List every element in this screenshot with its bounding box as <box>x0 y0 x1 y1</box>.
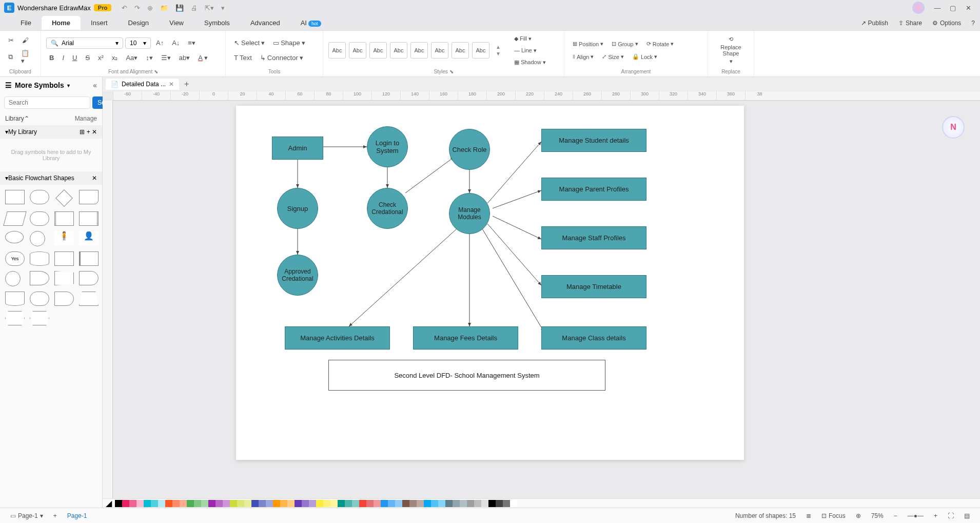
diagram-title-box[interactable]: Second Level DFD- School Management Syst… <box>328 360 605 391</box>
color-swatch[interactable] <box>129 500 136 507</box>
color-swatch[interactable] <box>223 500 230 507</box>
menu-file[interactable]: File <box>10 16 42 30</box>
color-swatch[interactable] <box>431 500 438 507</box>
styles-dialog-launcher[interactable]: ⬊ <box>449 69 454 74</box>
bullets-icon[interactable]: ☰▾ <box>158 52 174 64</box>
menu-insert[interactable]: Insert <box>81 16 118 30</box>
menu-view[interactable]: View <box>159 16 194 30</box>
node-fees[interactable]: Manage Fees Details <box>413 326 518 350</box>
color-swatch[interactable] <box>395 500 402 507</box>
color-swatch[interactable] <box>136 500 144 507</box>
spacing-icon[interactable]: ↕▾ <box>143 52 156 64</box>
shape-actor[interactable]: 🧍 <box>54 231 74 245</box>
zoom-fit-icon[interactable]: ⊕ <box>851 512 866 519</box>
shape-hex2[interactable] <box>30 311 49 325</box>
line-button[interactable]: — Line ▾ <box>511 45 549 56</box>
layers-icon[interactable]: ≣ <box>801 512 816 519</box>
rotate-button[interactable]: ⟳ Rotate▾ <box>643 38 677 49</box>
color-swatch[interactable] <box>295 500 302 507</box>
node-approved[interactable]: Approved Credational <box>277 255 318 296</box>
panel-toggle-icon[interactable]: ▤ <box>959 512 975 519</box>
node-signup[interactable]: Signup <box>277 188 318 229</box>
page-tab[interactable]: Page-1 <box>62 512 92 519</box>
menu-ai[interactable]: AIhot <box>290 16 331 30</box>
shape-hex[interactable] <box>5 311 25 325</box>
strike-icon[interactable]: S <box>82 52 93 64</box>
color-swatch[interactable] <box>366 500 374 507</box>
color-swatch[interactable] <box>309 500 316 507</box>
shape-storage[interactable] <box>79 211 99 226</box>
close-tab-icon[interactable]: ✕ <box>169 81 174 88</box>
style-up[interactable]: ▲ <box>496 44 501 50</box>
print-icon[interactable]: 🖨 <box>191 4 198 12</box>
color-swatch[interactable] <box>273 500 280 507</box>
add-page-button[interactable]: + <box>48 512 62 519</box>
fill-button[interactable]: ◆ Fill ▾ <box>511 33 549 44</box>
menu-home[interactable]: Home <box>42 16 81 30</box>
color-swatch[interactable] <box>338 500 345 507</box>
font-color-icon[interactable]: A▾ <box>195 52 211 64</box>
subscript-icon[interactable]: x₂ <box>109 52 121 64</box>
color-swatch[interactable] <box>388 500 395 507</box>
save-icon[interactable]: 💾 <box>175 4 184 12</box>
node-checkrole[interactable]: Check Role <box>449 129 490 170</box>
shape-tool[interactable]: ▭ Shape ▾ <box>270 37 308 49</box>
node-admin[interactable]: Admin <box>272 137 323 160</box>
mylib-dropzone[interactable]: Drag symbols here to add to My Library <box>0 139 102 171</box>
style-4[interactable]: Abc <box>390 42 407 59</box>
shape-ellipse[interactable] <box>5 231 24 243</box>
shape-drum[interactable] <box>30 271 49 285</box>
menu-design[interactable]: Design <box>118 16 159 30</box>
color-swatch[interactable] <box>122 500 129 507</box>
color-swatch[interactable] <box>445 500 453 507</box>
style-1[interactable]: Abc <box>328 42 346 59</box>
color-swatch[interactable] <box>481 500 488 507</box>
close-button[interactable]: ✕ <box>961 4 976 12</box>
color-swatch[interactable] <box>194 500 201 507</box>
shape-predef[interactable] <box>54 211 74 226</box>
align-button[interactable]: ⫴ Align▾ <box>570 51 597 62</box>
copy-icon[interactable]: ⧉ <box>5 51 16 63</box>
hamburger-icon[interactable]: ☰ <box>5 81 12 89</box>
shape-display[interactable] <box>79 271 99 285</box>
color-swatch[interactable] <box>208 500 215 507</box>
color-swatch[interactable] <box>467 500 474 507</box>
color-swatch[interactable] <box>503 500 510 507</box>
color-swatch[interactable] <box>287 500 295 507</box>
style-7[interactable]: Abc <box>452 42 469 59</box>
color-swatch[interactable] <box>115 500 122 507</box>
position-button[interactable]: ⊞ Position▾ <box>570 38 606 49</box>
help-button[interactable]: ? <box>966 20 980 27</box>
zoom-level[interactable]: 75% <box>866 512 889 519</box>
page-selector[interactable]: ▭ Page-1 ▾ <box>5 512 48 519</box>
color-swatch[interactable] <box>259 500 266 507</box>
shape-person[interactable]: 👤 <box>79 231 99 245</box>
node-parent[interactable]: Manage Parent Profiles <box>541 178 646 201</box>
style-3[interactable]: Abc <box>369 42 387 59</box>
color-swatch[interactable] <box>158 500 165 507</box>
color-swatch[interactable] <box>496 500 503 507</box>
color-swatch[interactable] <box>323 500 330 507</box>
color-swatch[interactable] <box>215 500 223 507</box>
user-avatar[interactable] <box>912 2 925 14</box>
font-dialog-launcher[interactable]: ⬊ <box>154 69 158 74</box>
color-swatch[interactable] <box>144 500 151 507</box>
node-timetable[interactable]: Manage Timetable <box>541 275 646 298</box>
italic-icon[interactable]: I <box>59 52 67 64</box>
color-swatch[interactable] <box>374 500 381 507</box>
zoom-out-button[interactable]: − <box>889 512 903 519</box>
add-tab-button[interactable]: + <box>179 78 194 91</box>
cut-icon[interactable]: ✂ <box>5 34 17 46</box>
collapse-panel-icon[interactable]: « <box>93 81 97 89</box>
redo-icon[interactable]: ↷ <box>134 4 140 12</box>
shape-wave[interactable] <box>5 292 25 306</box>
maximize-button[interactable]: ▢ <box>945 4 961 12</box>
canvas[interactable]: Admin Login to System Check Role Signup … <box>113 101 980 498</box>
color-swatch[interactable] <box>244 500 251 507</box>
color-swatch[interactable] <box>453 500 460 507</box>
color-swatch[interactable] <box>302 500 309 507</box>
increase-font-icon[interactable]: A↑ <box>153 37 167 49</box>
color-swatch[interactable] <box>474 500 481 507</box>
align-icon[interactable]: ≡▾ <box>185 37 199 49</box>
style-down[interactable]: ▼ <box>496 51 501 56</box>
